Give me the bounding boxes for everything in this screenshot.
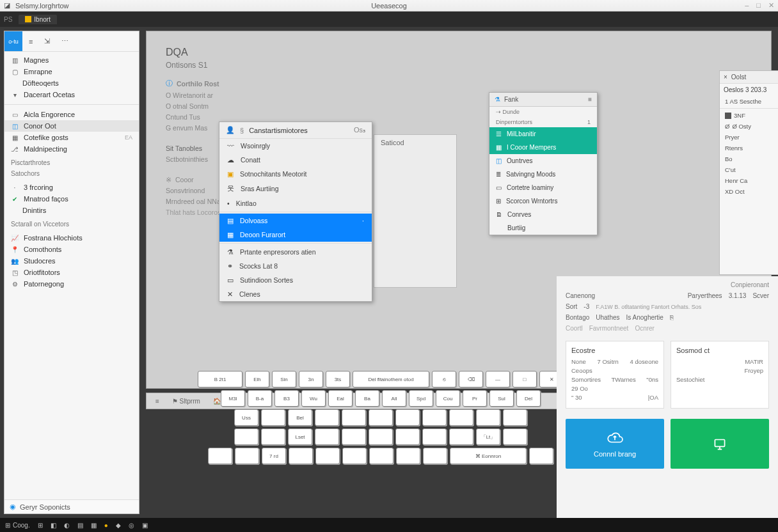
keyboard-key: [369, 409, 393, 426]
menu-icon[interactable]: ≡: [29, 38, 33, 45]
sidebar-item-dofteoqerts[interactable]: Döfteoqerts: [4, 77, 139, 89]
keyboard-key: B 2t1: [198, 371, 242, 387]
rpanel-item[interactable]: C'ut: [720, 164, 778, 175]
window-max[interactable]: □: [756, 1, 761, 10]
sidebar-item-pator[interactable]: ⚙Patornegong: [4, 278, 139, 290]
swatch-icon: [725, 113, 731, 119]
taskbar-start[interactable]: ⊞Coog.: [5, 522, 30, 529]
menu1-item-sras[interactable]: 웃Sras Aurtiing: [219, 181, 372, 196]
menu1-item-deoon[interactable]: ▦Deoon Furarort: [219, 228, 372, 242]
menu1-item-scocks[interactable]: ⚭Scocks Lat 8: [219, 259, 372, 273]
sidebar-item-oriotfit[interactable]: ◳Oriotfitotors: [4, 267, 139, 278]
taskbar-item[interactable]: ◧: [51, 522, 56, 529]
keyboard-key: [449, 409, 473, 426]
taskbar-item[interactable]: ▣: [142, 522, 148, 529]
sidebar-item-dnintirs[interactable]: Dnintirs: [4, 205, 139, 216]
tab-color-icon: [25, 16, 31, 22]
menu1-item-prtante[interactable]: ⚗Prtante enpresorors atien: [219, 245, 372, 259]
table-icon: ▦: [227, 231, 234, 239]
rpanel-item[interactable]: XD Oct: [720, 186, 778, 197]
keyboard-key: [503, 409, 527, 426]
taskbar-item[interactable]: ⊞: [38, 522, 43, 529]
keyboard-key: Bel: [288, 409, 312, 426]
keyboard-key: [476, 409, 500, 426]
app-title: Selsmy.lorghrtow: [15, 2, 69, 10]
taskbar-item[interactable]: ▤: [77, 522, 83, 529]
rpanel-item[interactable]: ØØ Osty: [720, 121, 778, 132]
primary-action-button[interactable]: Connnl brang: [566, 419, 664, 469]
rpanel-item[interactable]: 3NF: [720, 110, 778, 121]
sidebar-app-tile[interactable]: o-tu: [4, 31, 22, 51]
menu2-item-satving[interactable]: ≣Satvingng Moods: [489, 168, 597, 181]
rpanel-item[interactable]: Pryer: [720, 132, 778, 143]
window-close[interactable]: ✕: [768, 1, 774, 10]
square-blue-icon: ◫: [496, 157, 502, 164]
menu1-item-dolvoass[interactable]: ▤Dolvoass·: [219, 214, 372, 228]
sidebar-item-magnes[interactable]: ▥Magnes: [4, 54, 139, 66]
sidebar-item-studocres[interactable]: 👥Studocres: [4, 255, 139, 267]
titlebar-center: Ueeasecog: [371, 2, 407, 10]
building-icon: ▢: [11, 68, 19, 75]
keyboard-key: Elh: [245, 371, 269, 387]
doc-title: DQA: [166, 47, 752, 58]
menu2-item-cortetre[interactable]: ▭Cortetre loaminy: [489, 181, 597, 194]
sidebar-item-aicla[interactable]: ▭Aicla Engorence: [4, 109, 139, 120]
secondary-action-button[interactable]: [671, 419, 769, 469]
menu2-item-ountrves[interactable]: ◫Ountrves: [489, 154, 597, 168]
menu2-item-scorcon[interactable]: ⊞Scorcon Wrntortrs: [489, 194, 597, 208]
person-icon: 웃: [227, 184, 234, 193]
keyboard-key: 「Lt」: [476, 428, 500, 445]
menu2-item-burtiig[interactable]: Burtiig: [489, 221, 597, 235]
rpanel-item[interactable]: Henr Ca: [720, 175, 778, 186]
arrow-icon: ⇢: [496, 109, 501, 115]
menu1-item-conatt[interactable]: ☁Conatt: [219, 153, 372, 167]
menu1-item-wsoinrgly[interactable]: 〰Wsoinrgly: [219, 139, 372, 153]
sidebar-section-sctarall: Sctarall on Viccetors: [4, 219, 139, 230]
strip-menu-icon[interactable]: ≡: [155, 398, 159, 405]
rpanel-tab[interactable]: Oolst: [731, 74, 746, 81]
ps-badge: PS: [4, 16, 12, 23]
copy-icon[interactable]: ⎘: [670, 314, 674, 321]
taskbar-item[interactable]: ▦: [91, 522, 97, 529]
window-min[interactable]: –: [745, 1, 749, 10]
keyboard-key: [289, 448, 313, 464]
doc-subtitle: Ontisons S1: [166, 61, 752, 70]
sidebar-item-maldni[interactable]: ⎇Maldnipecting: [4, 143, 139, 155]
rpanel-item[interactable]: Rtenrs: [720, 143, 778, 153]
menu2-item-cooor[interactable]: ▦I Cooor Mempers: [489, 141, 597, 154]
marker-icon: ※: [166, 176, 171, 184]
keyboard-key: M3l: [221, 390, 245, 407]
sidebar-item-conor[interactable]: ◫Conor Oot: [4, 120, 139, 132]
keyboard-key: Sul: [489, 390, 514, 407]
keyboard-key: Sin: [272, 371, 296, 387]
sidebar-item-dacerart[interactable]: ▾Dacerart Ocetas: [4, 89, 139, 100]
sidebar-item-emrapne[interactable]: ▢Emrapne: [4, 66, 139, 77]
sidebar-item-3frcoring[interactable]: ·3 frcoring: [4, 182, 139, 193]
taskbar-item[interactable]: ◐: [64, 522, 70, 529]
rpanel-item[interactable]: Bo: [720, 153, 778, 164]
keyboard-key: [449, 428, 473, 445]
folder-icon: ▣: [227, 170, 234, 178]
menu1-item-sotnoch[interactable]: ▣Sotnochitants Meotorit: [219, 167, 372, 181]
sidebar-item-mnatrod[interactable]: ✔Mnatrod faços: [4, 193, 139, 205]
menu1-item-kintlao[interactable]: •Kintlao: [219, 196, 372, 210]
taskbar-item[interactable]: ●: [104, 522, 108, 529]
taskbar-item[interactable]: ◎: [129, 522, 134, 529]
export-icon[interactable]: ⇲: [44, 37, 50, 45]
menu2-item-millbanitir[interactable]: ☰MilLbanitir: [489, 127, 597, 141]
sidebar-item-fostrana[interactable]: 📈Fostrana Hlochiots: [4, 232, 139, 244]
tab-active[interactable]: Ibnort: [19, 15, 57, 24]
rpanel-close[interactable]: ×: [724, 74, 727, 81]
sidebar-item-comothonts[interactable]: 📍Comothonts: [4, 244, 139, 255]
sidebar-footer[interactable]: ◉ Geryr Soponicts: [4, 499, 139, 513]
taskbar-item[interactable]: ◆: [116, 522, 121, 529]
flask-blue-icon: ⚗: [495, 96, 500, 103]
keyboard-key: [369, 428, 393, 445]
menu1-item-sutind[interactable]: ▭Sutindioon Sortes: [219, 273, 372, 287]
chart-icon: 📈: [11, 234, 19, 242]
keyboard-key: [395, 409, 420, 426]
more-icon[interactable]: ⋯: [61, 37, 68, 45]
menu1-item-clenes[interactable]: ✕Clenes: [219, 287, 372, 301]
menu2-item-conrves[interactable]: 🗎Conrves: [489, 208, 597, 221]
sidebar-item-cotefike[interactable]: ▦Cotefike gostsEA: [4, 132, 139, 143]
